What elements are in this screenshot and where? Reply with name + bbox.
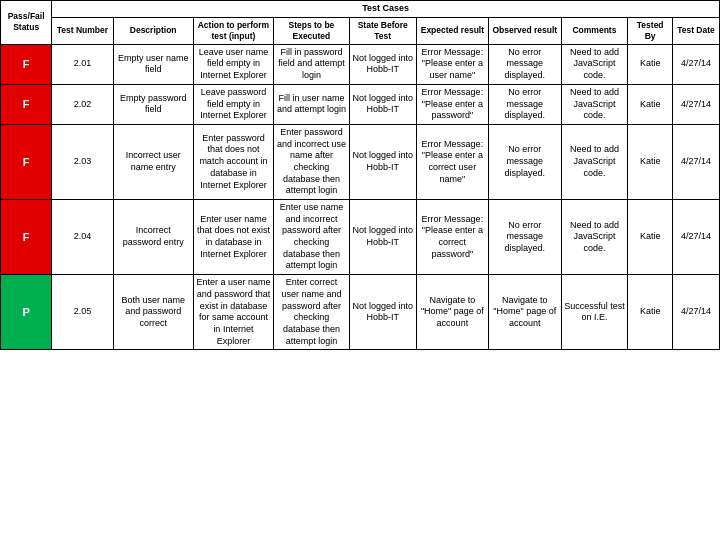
status-cell: F (1, 84, 52, 124)
cell-testNum: 2.03 (52, 124, 113, 199)
table-row: P2.05Both user name and password correct… (1, 275, 720, 350)
test-cases-table: Pass/Fail Status Test Cases Test Number … (0, 0, 720, 350)
cell-stateBefore: Not logged into Hobb-IT (349, 44, 416, 84)
cell-action: Leave password field empty in Internet E… (193, 84, 273, 124)
status-cell: F (1, 124, 52, 199)
cell-expected: Error Message: "Please enter a password" (416, 84, 488, 124)
cell-testedBy: Katie (628, 200, 673, 275)
cell-stateBefore: Not logged into Hobb-IT (349, 200, 416, 275)
col-header-action: Action to perform test (input) (193, 17, 273, 44)
cell-comments: Successful test on I.E. (561, 275, 628, 350)
cell-testedBy: Katie (628, 124, 673, 199)
empty-top-left: Pass/Fail Status (1, 1, 52, 45)
cell-testNum: 2.05 (52, 275, 113, 350)
table-row: F2.01Empty user name fieldLeave user nam… (1, 44, 720, 84)
cell-steps: Enter password and incorrect use name af… (274, 124, 350, 199)
cell-desc: Incorrect user name entry (113, 124, 193, 199)
cell-desc: Incorrect password entry (113, 200, 193, 275)
test-cases-group-header: Test Cases (52, 1, 720, 18)
cell-comments: Need to add JavaScript code. (561, 44, 628, 84)
cell-testNum: 2.02 (52, 84, 113, 124)
cell-steps: Fill in user name and attempt login (274, 84, 350, 124)
col-header-testdate: Test Date (672, 17, 719, 44)
cell-action: Enter user name that does not exist in d… (193, 200, 273, 275)
cell-desc: Both user name and password correct (113, 275, 193, 350)
cell-expected: Error Message: "Please enter a correct p… (416, 200, 488, 275)
col-header-desc: Description (113, 17, 193, 44)
cell-testedBy: Katie (628, 44, 673, 84)
table-row: F2.04Incorrect password entryEnter user … (1, 200, 720, 275)
cell-action: Leave user name field empty in Internet … (193, 44, 273, 84)
cell-observed: No error message displayed. (489, 44, 561, 84)
cell-comments: Need to add JavaScript code. (561, 200, 628, 275)
cell-action: Enter a user name and password that exis… (193, 275, 273, 350)
table-row: F2.02Empty password fieldLeave password … (1, 84, 720, 124)
cell-steps: Enter use name and incorrect password af… (274, 200, 350, 275)
cell-observed: No error message displayed. (489, 200, 561, 275)
cell-expected: Navigate to "Home" page of account (416, 275, 488, 350)
table-row: F2.03Incorrect user name entryEnter pass… (1, 124, 720, 199)
status-cell: F (1, 200, 52, 275)
cell-stateBefore: Not logged into Hobb-IT (349, 124, 416, 199)
col-header-steps: Steps to be Executed (274, 17, 350, 44)
col-header-observed: Observed result (489, 17, 561, 44)
cell-steps: Fill in password field and attempt login (274, 44, 350, 84)
col-header-expected: Expected result (416, 17, 488, 44)
cell-testedBy: Katie (628, 275, 673, 350)
cell-desc: Empty user name field (113, 44, 193, 84)
group-header-row: Pass/Fail Status Test Cases (1, 1, 720, 18)
cell-testDate: 4/27/14 (672, 44, 719, 84)
cell-comments: Need to add JavaScript code. (561, 84, 628, 124)
cell-testDate: 4/27/14 (672, 200, 719, 275)
cell-testedBy: Katie (628, 84, 673, 124)
col-header-comments: Comments (561, 17, 628, 44)
col-header-testedby: Tested By (628, 17, 673, 44)
cell-testDate: 4/27/14 (672, 124, 719, 199)
column-headers-row: Test Number Description Action to perfor… (1, 17, 720, 44)
status-cell: F (1, 44, 52, 84)
col-header-statebefore: State Before Test (349, 17, 416, 44)
cell-testDate: 4/27/14 (672, 275, 719, 350)
cell-stateBefore: Not logged into Hobb-IT (349, 84, 416, 124)
cell-expected: Error Message: "Please enter a correct u… (416, 124, 488, 199)
cell-desc: Empty password field (113, 84, 193, 124)
cell-steps: Enter correct user name and password aft… (274, 275, 350, 350)
cell-testNum: 2.01 (52, 44, 113, 84)
col-header-testnum: Test Number (52, 17, 113, 44)
cell-observed: Navigate to "Home" page of account (489, 275, 561, 350)
cell-comments: Need to add JavaScript code. (561, 124, 628, 199)
cell-observed: No error message displayed. (489, 84, 561, 124)
status-cell: P (1, 275, 52, 350)
cell-testNum: 2.04 (52, 200, 113, 275)
cell-action: Enter password that does not match accou… (193, 124, 273, 199)
cell-expected: Error Message: "Please enter a user name… (416, 44, 488, 84)
cell-observed: No error message displayed. (489, 124, 561, 199)
cell-stateBefore: Not logged into Hobb-IT (349, 275, 416, 350)
cell-testDate: 4/27/14 (672, 84, 719, 124)
